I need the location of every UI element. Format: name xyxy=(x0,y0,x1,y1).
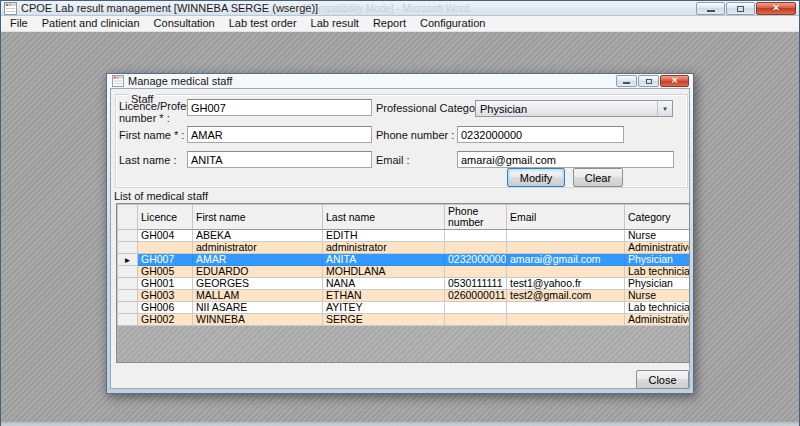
cell-licence[interactable]: GH003 xyxy=(138,290,193,302)
cell-email[interactable]: amarai@gmail.com xyxy=(507,254,625,266)
cell-licence[interactable]: GH002 xyxy=(138,314,193,326)
cell-phone[interactable]: 0232000000 xyxy=(445,254,507,266)
last-name-input[interactable] xyxy=(187,151,372,168)
cell-first-name[interactable]: EDUARDO xyxy=(193,266,323,278)
cell-first-name[interactable]: WINNEBA xyxy=(193,314,323,326)
table-row[interactable]: GH005 EDUARDO MOHDLANA Lab technician xyxy=(118,266,690,278)
cell-email[interactable]: test2@gmail.com xyxy=(507,290,625,302)
cell-licence[interactable]: GH001 xyxy=(138,278,193,290)
chevron-down-icon[interactable]: ▼ xyxy=(657,101,672,116)
column-header-licence[interactable]: Licence xyxy=(138,205,193,230)
row-selector[interactable] xyxy=(118,242,138,254)
staff-grid[interactable]: Licence First name Last name Phone numbe… xyxy=(116,203,690,363)
first-name-input[interactable] xyxy=(187,126,372,143)
menu-item-patient-and-clinician[interactable]: Patient and clinician xyxy=(35,16,147,31)
cell-phone[interactable] xyxy=(445,266,507,278)
cell-category[interactable]: Administrative xyxy=(625,242,690,254)
cell-first-name[interactable]: NII ASARE xyxy=(193,302,323,314)
cell-first-name[interactable]: ABEKA xyxy=(193,230,323,242)
cell-phone[interactable] xyxy=(445,230,507,242)
table-row[interactable]: GH006 NII ASARE AYITEY Lab technician xyxy=(118,302,690,314)
cell-phone[interactable]: 0260000011 xyxy=(445,290,507,302)
dialog-minimize-button[interactable] xyxy=(616,75,637,87)
cell-first-name[interactable]: GEORGES xyxy=(193,278,323,290)
cell-category[interactable]: Nurse xyxy=(625,290,690,302)
menu-item-lab-test-order[interactable]: Lab test order xyxy=(222,16,304,31)
cell-email[interactable] xyxy=(507,314,625,326)
cell-phone[interactable] xyxy=(445,314,507,326)
maximize-icon xyxy=(737,6,744,12)
dialog-close-x-button[interactable]: ✕ xyxy=(660,75,689,87)
column-header-phone-number[interactable]: Phone number xyxy=(445,205,507,230)
cell-last-name[interactable]: AYITEY xyxy=(323,302,445,314)
cell-phone[interactable] xyxy=(445,242,507,254)
cell-first-name[interactable]: administrator xyxy=(193,242,323,254)
table-row[interactable]: GH004 ABEKA EDITH Nurse xyxy=(118,230,690,242)
cell-category[interactable]: Administrative xyxy=(625,314,690,326)
maximize-icon xyxy=(646,79,652,84)
minimize-button[interactable] xyxy=(696,2,725,15)
cell-email[interactable] xyxy=(507,266,625,278)
column-header-first-name[interactable]: First name xyxy=(193,205,323,230)
email-input[interactable] xyxy=(457,151,674,168)
maximize-button[interactable] xyxy=(726,2,755,15)
cell-email[interactable] xyxy=(507,242,625,254)
table-row[interactable]: GH001 GEORGES NANA 0530111111 test1@yaho… xyxy=(118,278,690,290)
dialog-close-button[interactable]: Close xyxy=(636,370,689,389)
menu-item-configuration[interactable]: Configuration xyxy=(413,16,492,31)
modify-button[interactable]: Modify xyxy=(507,168,565,187)
professional-category-combobox[interactable]: Physician ▼ xyxy=(475,100,673,117)
table-row[interactable]: GH003 MALLAM ETHAN 0260000011 test2@gmai… xyxy=(118,290,690,302)
cell-first-name[interactable]: AMAR xyxy=(193,254,323,266)
cell-licence[interactable]: GH005 xyxy=(138,266,193,278)
dialog-titlebar[interactable]: Manage medical staff ✕ xyxy=(110,74,690,88)
table-row[interactable]: administrator administrator Administrati… xyxy=(118,242,690,254)
cell-last-name[interactable]: ANITA xyxy=(323,254,445,266)
table-row-selected[interactable]: ► GH007 AMAR ANITA 0232000000 amarai@gma… xyxy=(118,254,690,266)
cell-last-name[interactable]: SERGE xyxy=(323,314,445,326)
column-header-category[interactable]: Category xyxy=(625,205,690,230)
close-button[interactable]: ✕ xyxy=(756,2,796,15)
cell-last-name[interactable]: MOHDLANA xyxy=(323,266,445,278)
row-selector[interactable] xyxy=(118,302,138,314)
row-selector[interactable] xyxy=(118,290,138,302)
cell-last-name[interactable]: NANA xyxy=(323,278,445,290)
cell-licence[interactable]: GH007 xyxy=(138,254,193,266)
cell-phone[interactable] xyxy=(445,302,507,314)
licence-input[interactable] xyxy=(187,99,372,116)
cell-last-name[interactable]: administrator xyxy=(323,242,445,254)
cell-last-name[interactable]: EDITH xyxy=(323,230,445,242)
cell-phone[interactable]: 0530111111 xyxy=(445,278,507,290)
column-header-last-name[interactable]: Last name xyxy=(323,205,445,230)
cell-first-name[interactable]: MALLAM xyxy=(193,290,323,302)
cell-category[interactable]: Nurse xyxy=(625,230,690,242)
menu-item-report[interactable]: Report xyxy=(366,16,413,31)
professional-category-value: Physician xyxy=(476,103,657,115)
cell-licence[interactable]: GH004 xyxy=(138,230,193,242)
table-row[interactable]: GH002 WINNEBA SERGE Administrative xyxy=(118,314,690,326)
cell-email[interactable] xyxy=(507,302,625,314)
phone-number-input[interactable] xyxy=(457,126,624,143)
menu-item-lab-result[interactable]: Lab result xyxy=(304,16,366,31)
close-icon: ✕ xyxy=(772,4,780,13)
row-selector[interactable] xyxy=(118,314,138,326)
dialog-maximize-button[interactable] xyxy=(638,75,659,87)
cell-category[interactable]: Lab technician xyxy=(625,266,690,278)
cell-last-name[interactable]: ETHAN xyxy=(323,290,445,302)
menu-item-consultation[interactable]: Consultation xyxy=(147,16,222,31)
menu-item-file[interactable]: File xyxy=(3,16,35,31)
cell-licence[interactable]: GH006 xyxy=(138,302,193,314)
row-selector[interactable] xyxy=(118,230,138,242)
row-selector[interactable] xyxy=(118,266,138,278)
row-selector[interactable] xyxy=(118,278,138,290)
minimize-icon xyxy=(707,10,715,12)
cell-category[interactable]: Physician xyxy=(625,278,690,290)
cell-email[interactable] xyxy=(507,230,625,242)
cell-category[interactable]: Lab technician xyxy=(625,302,690,314)
cell-email[interactable]: test1@yahoo.fr xyxy=(507,278,625,290)
column-header-email[interactable]: Email xyxy=(507,205,625,230)
cell-category[interactable]: Physician xyxy=(625,254,690,266)
cell-licence[interactable] xyxy=(138,242,193,254)
clear-button[interactable]: Clear xyxy=(573,168,623,187)
row-selector-current[interactable]: ► xyxy=(118,254,138,266)
